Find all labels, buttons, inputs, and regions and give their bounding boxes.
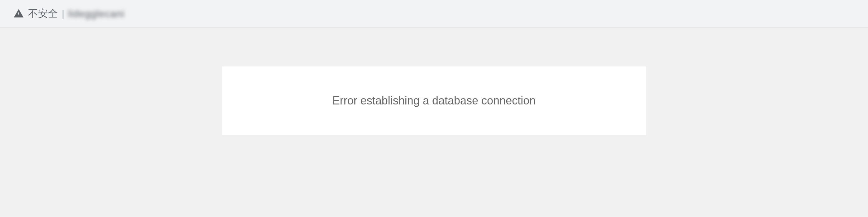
error-card: Error establishing a database connection [222, 66, 646, 135]
address-bar[interactable]: 不安全 | lidegglecani [6, 2, 862, 25]
error-message: Error establishing a database connection [333, 94, 535, 107]
svg-point-1 [18, 15, 19, 16]
separator: | [62, 8, 64, 20]
security-label: 不安全 | lidegglecani [28, 7, 124, 21]
not-secure-text: 不安全 [28, 7, 58, 21]
address-bar-container: 不安全 | lidegglecani [0, 0, 868, 28]
url-text: lidegglecani [68, 8, 124, 20]
page-content: Error establishing a database connection [0, 28, 868, 217]
warning-icon [14, 9, 24, 19]
security-indicator[interactable]: 不安全 | lidegglecani [14, 7, 124, 21]
